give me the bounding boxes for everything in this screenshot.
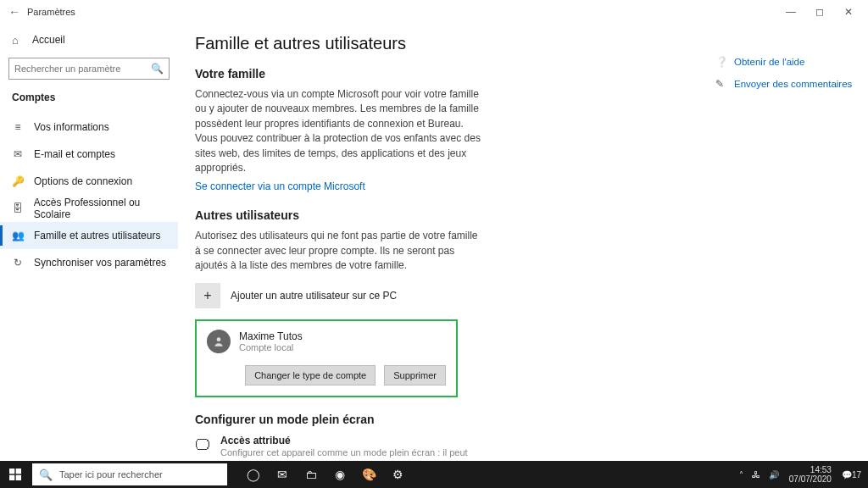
notif-count: 17 xyxy=(852,470,861,480)
main-content: Famille et autres utilisateurs Votre fam… xyxy=(178,24,715,461)
mail-icon: ✉ xyxy=(12,148,24,160)
kiosk-section: Configurer un mode plein écran 🖵 Accès a… xyxy=(195,413,698,461)
feedback-icon: ✎ xyxy=(715,78,727,90)
sidebar-item-label: Options de connexion xyxy=(34,175,132,187)
sidebar-item-work-school[interactable]: 🗄 Accès Professionnel ou Scolaire xyxy=(0,195,178,222)
add-user-label: Ajouter un autre utilisateur sur ce PC xyxy=(231,290,397,302)
others-heading: Autres utilisateurs xyxy=(195,208,483,222)
minimize-button[interactable]: ― xyxy=(776,0,805,24)
sidebar-item-family[interactable]: 👥 Famille et autres utilisateurs xyxy=(0,222,178,249)
settings-app-icon[interactable]: ⚙ xyxy=(383,461,412,488)
avatar-icon xyxy=(207,330,231,353)
sync-icon: ↻ xyxy=(12,257,24,269)
sidebar-item-signin-options[interactable]: 🔑 Options de connexion xyxy=(0,168,178,195)
feedback-label: Envoyer des commentaires xyxy=(734,79,852,89)
system-tray[interactable]: ˄ 🖧 🔊 14:53 07/07/2020 💬17 xyxy=(737,465,868,484)
titlebar: ← Paramètres ― ◻ ✕ xyxy=(0,0,868,24)
person-icon: ≡ xyxy=(12,121,24,133)
volume-icon[interactable]: 🔊 xyxy=(767,470,781,480)
family-heading: Votre famille xyxy=(195,67,483,80)
family-desc: Connectez-vous via un compte Microsoft p… xyxy=(195,87,483,175)
add-user-row[interactable]: + Ajouter un autre utilisateur sur ce PC xyxy=(195,279,483,313)
taskbar-search-placeholder: Taper ici pour rechercher xyxy=(59,469,163,480)
close-button[interactable]: ✕ xyxy=(834,0,863,24)
sidebar-search[interactable]: 🔍 xyxy=(8,58,170,80)
taskbar-clock[interactable]: 14:53 07/07/2020 xyxy=(786,465,835,484)
window-title: Paramètres xyxy=(27,7,75,17)
back-button[interactable]: ← xyxy=(5,5,24,19)
start-button[interactable] xyxy=(0,461,31,488)
briefcase-icon: 🗄 xyxy=(12,202,24,214)
search-icon: 🔍 xyxy=(39,469,53,481)
plus-icon: + xyxy=(195,283,220,308)
get-help-link[interactable]: ❔ Obtenir de l'aide xyxy=(715,56,860,68)
paint-icon[interactable]: 🎨 xyxy=(354,461,383,488)
kiosk-subheading: Accès attribué xyxy=(220,435,483,446)
kiosk-desc: Configurer cet appareil comme un mode pl… xyxy=(220,446,483,461)
task-view-icon[interactable]: ◯ xyxy=(239,461,268,488)
page-title: Famille et autres utilisateurs xyxy=(195,34,698,53)
taskbar: 🔍 Taper ici pour rechercher ◯ ✉ 🗀 ◉ 🎨 ⚙ … xyxy=(0,461,868,488)
sidebar-item-label: Accès Professionnel ou Scolaire xyxy=(34,197,178,220)
sidebar-item-sync[interactable]: ↻ Synchroniser vos paramètres xyxy=(0,249,178,276)
sidebar-home-label: Accueil xyxy=(32,34,65,46)
family-section: Votre famille Connectez-vous via un comp… xyxy=(195,67,483,193)
user-type: Compte local xyxy=(239,342,303,352)
sidebar: ⌂ Accueil 🔍 Comptes ≡ Vos informations ✉… xyxy=(0,24,178,461)
sidebar-item-email[interactable]: ✉ E-mail et comptes xyxy=(0,141,178,168)
delete-user-button[interactable]: Supprimer xyxy=(384,365,446,385)
change-account-type-button[interactable]: Changer le type de compte xyxy=(245,365,376,385)
search-input[interactable] xyxy=(14,64,151,74)
explorer-icon[interactable]: 🗀 xyxy=(297,461,326,488)
maximize-button[interactable]: ◻ xyxy=(805,0,834,24)
user-name: Maxime Tutos xyxy=(239,330,303,342)
kiosk-heading: Configurer un mode plein écran xyxy=(195,413,698,426)
others-desc: Autorisez des utilisateurs qui ne font p… xyxy=(195,229,483,273)
mail-app-icon[interactable]: ✉ xyxy=(268,461,297,488)
get-help-label: Obtenir de l'aide xyxy=(734,57,804,67)
notifications-icon[interactable]: 💬17 xyxy=(840,470,863,480)
sidebar-item-label: Vos informations xyxy=(34,121,109,133)
signin-microsoft-link[interactable]: Se connecter via un compte Microsoft xyxy=(195,180,365,192)
people-icon: 👥 xyxy=(12,230,24,241)
svg-point-0 xyxy=(217,337,221,341)
network-icon[interactable]: 🖧 xyxy=(750,470,762,480)
help-icon: ❔ xyxy=(715,56,727,68)
kiosk-row[interactable]: 🖵 Accès attribué Configurer cet appareil… xyxy=(195,435,483,461)
user-card: Maxime Tutos Compte local Changer le typ… xyxy=(195,319,458,397)
tray-chevron-icon[interactable]: ˄ xyxy=(737,470,745,480)
right-rail: ❔ Obtenir de l'aide ✎ Envoyer des commen… xyxy=(715,24,868,461)
user-row[interactable]: Maxime Tutos Compte local xyxy=(207,330,446,353)
monitor-icon: 🖵 xyxy=(195,435,210,461)
taskbar-search[interactable]: 🔍 Taper ici pour rechercher xyxy=(32,463,227,485)
sidebar-item-label: E-mail et comptes xyxy=(34,148,115,160)
taskbar-date: 07/07/2020 xyxy=(789,474,832,484)
svg-rect-2 xyxy=(16,469,21,474)
taskbar-time: 14:53 xyxy=(789,465,832,474)
sidebar-item-label: Famille et autres utilisateurs xyxy=(34,230,160,241)
svg-rect-3 xyxy=(9,475,14,480)
svg-rect-4 xyxy=(16,475,21,480)
others-section: Autres utilisateurs Autorisez des utilis… xyxy=(195,208,483,396)
search-icon: 🔍 xyxy=(151,63,164,75)
svg-rect-1 xyxy=(9,469,14,474)
sidebar-item-label: Synchroniser vos paramètres xyxy=(34,257,166,269)
sidebar-home[interactable]: ⌂ Accueil xyxy=(0,27,178,53)
feedback-link[interactable]: ✎ Envoyer des commentaires xyxy=(715,78,860,90)
chrome-icon[interactable]: ◉ xyxy=(326,461,354,488)
key-icon: 🔑 xyxy=(12,175,24,187)
sidebar-item-your-info[interactable]: ≡ Vos informations xyxy=(0,114,178,141)
sidebar-category: Comptes xyxy=(0,88,178,114)
home-icon: ⌂ xyxy=(12,34,24,47)
